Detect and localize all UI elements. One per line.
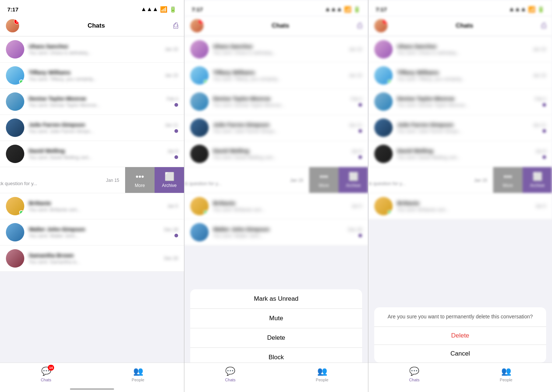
battery-icon-1: 🔋	[169, 6, 177, 13]
wifi-icon-2: 📶	[344, 6, 351, 13]
context-menu-2: Mark as Unread Mute Delete Block	[190, 289, 362, 367]
chat-time-3: Feb 4	[167, 96, 178, 102]
tab-people-1[interactable]: 👥 People	[92, 367, 184, 382]
signal-icon-2: ▲▲▲	[325, 6, 342, 13]
compose-button-3: ⎙	[541, 21, 546, 31]
chat-avatar-1	[6, 40, 24, 59]
tab-people-label-2: People	[316, 378, 328, 382]
chat-item-1[interactable]: Uhara Sanchez You sent: Uhara is definit…	[0, 36, 184, 63]
more-action-button-1[interactable]: ••• More	[125, 167, 155, 193]
more-label-1: More	[135, 183, 145, 188]
phone-panel-1: 7:17 ▲▲▲ 📶 🔋 1 Chats ⎙ Uhara Sanchez You…	[0, 0, 184, 392]
chat-meta-6: Jan 5	[167, 204, 178, 209]
chat-meta-2: Jan 15	[165, 73, 178, 78]
tab-bar-2: 💬 Chats 👥 People	[184, 363, 368, 392]
tab-chats-label-3: Chats	[409, 378, 420, 382]
chat-tab-icon-2: 💬	[225, 367, 235, 376]
signal-icon-3: ▲▲▲	[509, 6, 526, 13]
swiped-info-1: a Griffin e Elise! Quick question for y.…	[0, 174, 103, 186]
tab-people-2[interactable]: 👥 People	[276, 367, 368, 382]
tab-chats-2[interactable]: 💬 Chats	[184, 367, 276, 382]
chat-preview-2: You sent: Tiffany, you certainly...	[29, 76, 162, 82]
chat-content-1: Uhara Sanchez You sent: Uhara is definit…	[29, 43, 162, 56]
swiped-time-1: Jan 15	[106, 178, 119, 183]
more-icon-1: •••	[135, 172, 144, 181]
chat-name-5: David Welling	[29, 148, 164, 154]
delete-confirm-button[interactable]: Delete	[374, 327, 546, 345]
mark-unread-button[interactable]: Mark as Unread	[190, 289, 362, 309]
tab-chats-3[interactable]: 💬 Chats	[368, 367, 460, 382]
chat-name-7: Walter John-Simpson	[29, 226, 161, 232]
swiped-name-1: a Griffin	[0, 174, 103, 180]
status-icons-2: ▲▲▲ 📶 🔋	[325, 6, 361, 13]
chat-preview-8: You sent: Samantha is...	[29, 259, 161, 265]
signal-icon-1: ▲▲▲	[141, 6, 158, 13]
tab-chats-1[interactable]: 💬 14 Chats	[0, 367, 92, 382]
status-time-1: 7:17	[7, 6, 18, 13]
tab-people-3[interactable]: 👥 People	[460, 367, 552, 382]
chat-avatar-6	[6, 197, 24, 215]
chat-item-7[interactable]: Walter John-Simpson You sent: Walter Joh…	[0, 219, 184, 246]
unread-dot-3	[174, 103, 178, 107]
chat-item-6[interactable]: Brittanie You sent: Brittanie cert... Ja…	[0, 193, 184, 219]
header-2: 1 Chats ⎙	[184, 16, 368, 36]
chat-preview-7: You sent: Walter John...	[29, 233, 161, 239]
avatar-3: 1	[374, 19, 388, 32]
header-title-1: Chats	[88, 22, 105, 29]
chat-item-2[interactable]: Tiffany Williams You sent: Tiffany, you …	[0, 63, 184, 89]
chat-preview-5: You sent: David Welling cert...	[29, 155, 164, 160]
chat-content-4: Julie Farren-Simpson You sent: Julie Far…	[29, 121, 162, 134]
chat-item-3[interactable]: Denise Taylor-Monroe You sent: Denise Ta…	[0, 89, 184, 115]
swiped-meta-1: Jan 15	[106, 177, 119, 183]
chat-time-6: Jan 5	[167, 204, 178, 209]
avatar-badge-3: 1	[382, 19, 388, 24]
archive-icon-1: ⬜	[164, 172, 174, 181]
wifi-icon-3: 📶	[528, 6, 535, 13]
chat-avatar-8	[6, 249, 24, 268]
chat-name-4: Julie Farren-Simpson	[29, 121, 162, 128]
delete-button[interactable]: Delete	[190, 328, 362, 348]
mute-button[interactable]: Mute	[190, 309, 362, 328]
status-icons-1: ▲▲▲ 📶 🔋	[141, 6, 177, 13]
chat-time-4: Jan 11	[165, 123, 178, 128]
battery-icon-3: 🔋	[537, 6, 545, 13]
chat-meta-1: Jan 15	[165, 47, 178, 52]
chat-time-2: Jan 15	[165, 73, 178, 78]
chat-avatar-4	[6, 119, 24, 137]
avatar-1[interactable]: 1	[6, 19, 19, 32]
archive-action-button-1[interactable]: ⬜ Archive	[155, 167, 184, 193]
unread-dot-7	[174, 234, 178, 237]
chat-item-8[interactable]: Samantha Brown You sent: Samantha is... …	[0, 246, 184, 272]
blurred-chat-bg-3: Uhara Sanchez You sent: Uhara is definit…	[368, 36, 552, 219]
wifi-icon-1: 📶	[160, 6, 167, 13]
unread-dot-5	[174, 155, 178, 159]
status-time-2: 7:17	[192, 6, 203, 13]
chat-item-5[interactable]: David Welling You sent: David Welling ce…	[0, 141, 184, 167]
avatar-badge-2: 1	[198, 19, 204, 24]
chat-content-3: Denise Taylor-Monroe You sent: Denise Ta…	[29, 95, 164, 108]
alert-cancel-button[interactable]: Cancel	[374, 345, 546, 363]
tab-chats-label-1: Chats	[41, 378, 52, 382]
header-title-3: Chats	[456, 22, 473, 29]
swipe-actions-1: ••• More ⬜ Archive	[125, 167, 184, 193]
status-bar-1: 7:17 ▲▲▲ 📶 🔋	[0, 0, 184, 16]
chat-name-6: Brittanie	[29, 200, 164, 206]
chat-name-8: Samantha Brown	[29, 252, 161, 258]
chat-preview-6: You sent: Brittanie cert...	[29, 207, 164, 212]
chat-time-7: Dec 28	[164, 227, 178, 232]
swiped-content-1[interactable]: a Griffin e Elise! Quick question for y.…	[0, 167, 125, 193]
delete-alert-dialog: Are you sure you want to permanently del…	[374, 307, 546, 363]
phone-panel-3: 7:17 ▲▲▲ 📶 🔋 1 Chats ⎙ Uhara Sanchez You…	[368, 0, 552, 392]
unread-dot-4	[174, 129, 178, 133]
tab-people-label-3: People	[500, 378, 512, 382]
chat-preview-1: You sent: Uhara is definitely...	[29, 50, 162, 56]
chat-item-4[interactable]: Julie Farren-Simpson You sent: Julie Far…	[0, 115, 184, 141]
people-tab-icon-1: 👥	[133, 367, 143, 376]
chat-list-1: Uhara Sanchez You sent: Uhara is definit…	[0, 36, 184, 272]
chat-tab-icon-1: 💬 14	[41, 367, 51, 376]
people-tab-icon-3: 👥	[501, 367, 511, 376]
delete-alert-message: Are you sure you want to permanently del…	[374, 307, 546, 327]
chat-name-2: Tiffany Williams	[29, 69, 162, 75]
chat-time-1: Jan 15	[165, 47, 178, 52]
compose-button-1[interactable]: ⎙	[173, 21, 178, 31]
